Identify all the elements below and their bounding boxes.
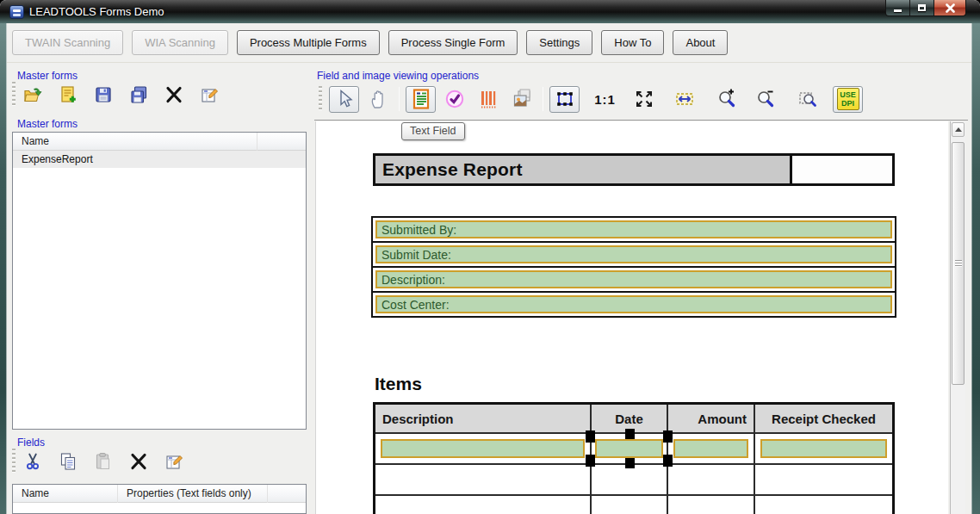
form-title-box: Expense Report — [373, 153, 895, 186]
rubber-band-icon — [554, 88, 576, 110]
master-forms-list: Name ExpenseReport — [12, 132, 307, 430]
copy-icon[interactable] — [58, 451, 78, 472]
delete-field-icon[interactable] — [128, 451, 149, 472]
scrollbar-thumb[interactable] — [952, 142, 964, 385]
close-button[interactable] — [934, 0, 966, 16]
fit-page-button[interactable] — [629, 86, 659, 113]
delete-form-icon[interactable] — [164, 84, 184, 105]
text-field-submitted-by[interactable]: Submitted By: — [375, 220, 892, 238]
form-field-row: Submit Date: — [371, 241, 896, 268]
items-column-receipt-checked: Receipt Checked — [755, 405, 892, 434]
zoom-in-icon — [716, 88, 738, 110]
text-field-cost-center[interactable]: Cost Center: — [375, 295, 892, 313]
text-field-tool-button[interactable] — [406, 86, 436, 113]
zoom-in-button[interactable] — [711, 86, 741, 113]
omr-check-icon — [443, 88, 466, 110]
toolbar-grip[interactable] — [12, 449, 16, 474]
maximize-button[interactable] — [910, 0, 934, 16]
fields-list-header: Name Properties (Text fields only) — [13, 485, 306, 503]
barcode-field-tool-button[interactable] — [473, 86, 503, 113]
form-properties-icon[interactable] — [199, 84, 220, 105]
text-field-tooltip: Text Field — [401, 122, 465, 140]
selection-handle[interactable] — [586, 455, 595, 467]
items-column-amount: Amount — [668, 405, 755, 434]
master-forms-list-header: Name — [13, 133, 306, 151]
form-field-row: Cost Center: — [371, 291, 896, 318]
settings-button[interactable]: Settings — [526, 30, 592, 55]
toolbar-grip[interactable] — [12, 82, 16, 108]
zoom-out-button[interactable] — [750, 86, 780, 113]
master-forms-panel: Master forms Master forms — [7, 63, 310, 514]
form-title-blank-cell — [792, 156, 892, 183]
app-icon — [9, 5, 24, 19]
window-controls — [885, 0, 966, 16]
text-field-item-receipt[interactable] — [760, 439, 887, 458]
list-item[interactable] — [13, 503, 306, 514]
column-header-blank[interactable] — [268, 485, 306, 503]
twain-scanning-button[interactable]: TWAIN Scanning — [12, 30, 123, 55]
app-window: LEADTOOLS Forms Demo TWAIN Scanning WIA … — [0, 0, 980, 514]
cut-icon[interactable] — [22, 451, 43, 472]
barcode-icon — [477, 88, 499, 110]
new-form-icon[interactable] — [58, 84, 78, 105]
master-forms-toolbar — [9, 82, 234, 108]
viewer-vertical-scrollbar[interactable] — [950, 121, 965, 514]
text-field-submit-date[interactable]: Submit Date: — [375, 245, 892, 263]
up-arrow-icon — [955, 127, 962, 132]
text-field-item-amount[interactable] — [673, 439, 748, 458]
document-viewer[interactable]: Expense Report Submitted By: Submit Date… — [315, 121, 948, 514]
omr-field-tool-button[interactable] — [439, 86, 469, 113]
window-frame-left — [0, 23, 7, 514]
selection-handle[interactable] — [625, 458, 635, 468]
main-toolbar: TWAIN Scanning WIA Scanning Process Mult… — [7, 23, 971, 63]
scrollbar-up-button[interactable] — [952, 122, 964, 137]
fit-width-button[interactable] — [669, 86, 699, 113]
save-form-icon[interactable] — [93, 84, 114, 105]
list-item-expense-report[interactable]: ExpenseReport — [13, 151, 306, 168]
load-form-icon[interactable] — [22, 84, 43, 105]
items-table-row — [375, 434, 892, 465]
process-single-form-button[interactable]: Process Single Form — [388, 30, 518, 55]
toolbar-separator — [399, 87, 400, 111]
actual-size-button[interactable]: 1:1 — [590, 86, 620, 113]
toolbar-grip[interactable] — [319, 86, 322, 112]
viewer-toolbar: 1:1 USEDPI — [315, 82, 968, 116]
selection-handle[interactable] — [663, 430, 673, 443]
field-properties-icon[interactable] — [164, 451, 184, 472]
minimize-button[interactable] — [885, 0, 910, 16]
toolbar-separator — [543, 87, 543, 111]
maximize-icon — [918, 4, 926, 11]
text-field-description[interactable]: Description: — [375, 270, 892, 288]
form-field-row: Description: — [371, 266, 896, 293]
scrollbar-grip — [955, 260, 962, 267]
column-header-name[interactable]: Name — [13, 133, 257, 151]
fit-page-icon — [633, 88, 655, 110]
process-multiple-forms-button[interactable]: Process Multiple Forms — [237, 30, 380, 55]
text-field-item-description[interactable] — [381, 439, 585, 458]
save-form-copy-icon[interactable] — [128, 84, 149, 105]
fields-list: Name Properties (Text fields only) — [12, 484, 307, 514]
about-button[interactable]: About — [673, 30, 728, 55]
how-to-button[interactable]: How To — [601, 30, 664, 55]
column-header-field-name[interactable]: Name — [13, 485, 118, 503]
master-forms-list-label: Master forms — [17, 118, 78, 130]
column-header-blank[interactable] — [257, 133, 306, 151]
titlebar[interactable]: LEADTOOLS Forms Demo — [0, 0, 980, 23]
paste-icon[interactable] — [93, 451, 114, 472]
wia-scanning-button[interactable]: WIA Scanning — [132, 30, 228, 55]
image-field-tool-button[interactable] — [506, 86, 537, 113]
form-title: Expense Report — [375, 159, 523, 180]
pan-tool-button[interactable] — [363, 86, 393, 113]
text-field-item-date-selected[interactable] — [595, 439, 663, 458]
selection-handle[interactable] — [625, 429, 635, 439]
selection-handle[interactable] — [586, 430, 595, 443]
viewer-area: Expense Report Submitted By: Submit Date… — [314, 120, 968, 514]
use-dpi-button[interactable]: USEDPI — [833, 86, 863, 113]
pointer-tool-button[interactable] — [329, 86, 359, 113]
fields-group-label: Fields — [17, 437, 45, 449]
window-title: LEADTOOLS Forms Demo — [29, 5, 164, 18]
column-header-properties[interactable]: Properties (Text fields only) — [118, 485, 268, 503]
rubber-band-select-button[interactable] — [549, 86, 580, 113]
zoom-to-rect-button[interactable] — [792, 86, 822, 113]
selection-handle[interactable] — [663, 455, 673, 467]
